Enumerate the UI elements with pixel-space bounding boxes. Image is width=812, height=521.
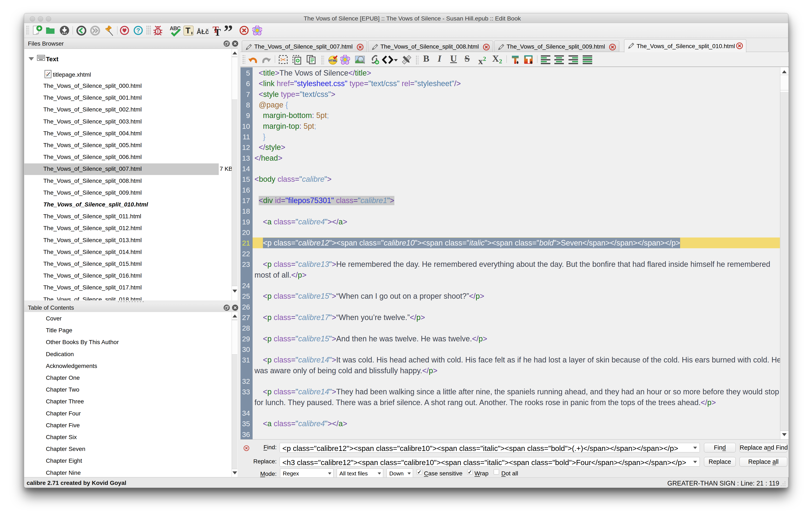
- svg-text:T: T: [185, 26, 190, 35]
- svg-text:ÅŁč: ÅŁč: [196, 28, 209, 36]
- svg-text:✂: ✂: [280, 56, 286, 64]
- svg-text:T: T: [214, 27, 221, 37]
- svg-text:?: ?: [136, 27, 140, 34]
- svg-text:”: ”: [223, 26, 233, 37]
- svg-text:HTML: HTML: [328, 59, 337, 62]
